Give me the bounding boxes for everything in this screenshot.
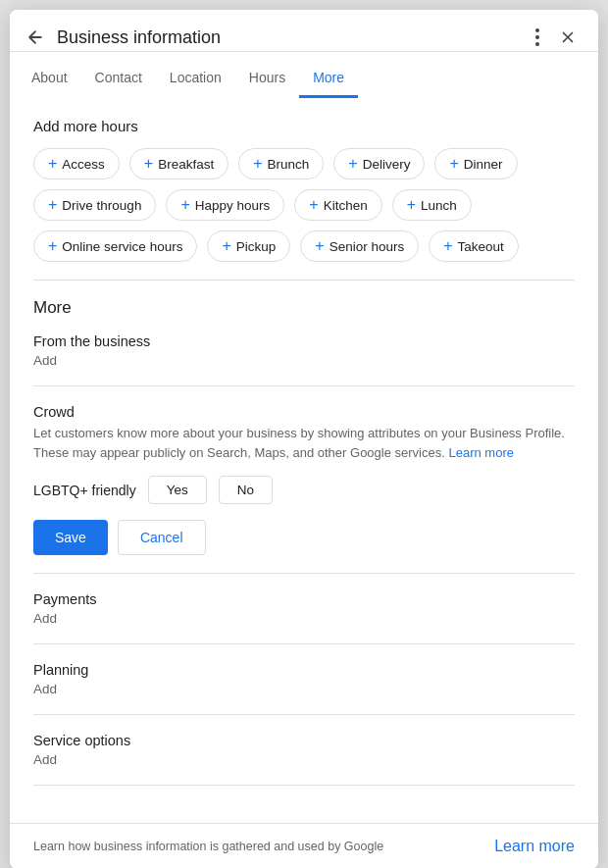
business-info-modal: Business information About Contact Locat… — [10, 10, 598, 868]
lgbtq-row: LGBTQ+ friendly Yes No — [33, 476, 575, 504]
header-title: Business information — [57, 27, 221, 48]
plus-icon: + — [348, 156, 357, 172]
tab-about[interactable]: About — [18, 60, 81, 98]
chip-label: Breakfast — [158, 157, 214, 172]
divider-2 — [33, 385, 575, 386]
service-options-label: Service options — [33, 733, 575, 748]
chip-happy-hours[interactable]: + Happy hours — [166, 189, 284, 221]
plus-icon: + — [222, 238, 230, 254]
from-business-label: From the business — [33, 333, 575, 349]
planning-label: Planning — [33, 662, 575, 678]
chip-drive-through[interactable]: + Drive through — [33, 189, 156, 221]
service-options-add[interactable]: Add — [33, 752, 575, 767]
chip-senior-hours[interactable]: + Senior hours — [300, 230, 419, 262]
add-more-hours-section: Add more hours + Access + Breakfast + Br… — [33, 118, 575, 262]
payments-label: Payments — [33, 591, 575, 607]
main-content: Add more hours + Access + Breakfast + Br… — [10, 98, 598, 823]
plus-icon: + — [449, 156, 458, 172]
divider-5 — [33, 714, 575, 715]
plus-icon: + — [180, 197, 189, 213]
svg-point-1 — [535, 35, 539, 39]
chips-container: + Access + Breakfast + Brunch + Delivery… — [33, 148, 575, 262]
plus-icon: + — [48, 238, 57, 254]
plus-icon: + — [144, 156, 153, 172]
divider-1 — [33, 280, 575, 281]
tab-contact[interactable]: Contact — [81, 60, 156, 98]
footer-learn-more-link[interactable]: Learn more — [494, 838, 575, 855]
chip-label: Lunch — [421, 198, 457, 213]
header-left: Business information — [25, 24, 530, 51]
svg-point-2 — [535, 42, 539, 46]
crowd-subsection: Crowd Let customers know more about your… — [33, 404, 575, 555]
from-business-subsection: From the business Add — [33, 333, 575, 368]
chip-label: Takeout — [458, 239, 504, 254]
chip-lunch[interactable]: + Lunch — [392, 189, 472, 221]
planning-subsection: Planning Add — [33, 662, 575, 696]
chip-label: Online service hours — [62, 239, 182, 254]
chip-delivery[interactable]: + Delivery — [333, 148, 425, 179]
footer-bar: Learn how business information is gather… — [10, 823, 598, 868]
lgbtq-yes-button[interactable]: Yes — [148, 476, 207, 504]
cancel-button[interactable]: Cancel — [118, 520, 206, 555]
chip-label: Drive through — [62, 198, 141, 213]
crowd-description: Let customers know more about your busin… — [33, 424, 575, 462]
plus-icon: + — [443, 238, 452, 254]
payments-add[interactable]: Add — [33, 611, 575, 626]
chip-access[interactable]: + Access — [33, 148, 120, 179]
back-button[interactable] — [25, 24, 53, 51]
chip-label: Pickup — [236, 239, 277, 254]
from-business-add[interactable]: Add — [33, 353, 575, 368]
lgbtq-label: LGBTQ+ friendly — [33, 483, 136, 498]
service-options-subsection: Service options Add — [33, 733, 575, 767]
chip-label: Delivery — [363, 157, 411, 172]
chip-label: Access — [62, 157, 105, 172]
tab-more[interactable]: More — [299, 60, 358, 98]
footer-text: Learn how business information is gather… — [33, 840, 383, 853]
plus-icon: + — [309, 197, 318, 213]
chip-breakfast[interactable]: + Breakfast — [129, 148, 228, 179]
save-button[interactable]: Save — [33, 520, 108, 555]
chip-label: Happy hours — [195, 198, 271, 213]
chip-brunch[interactable]: + Brunch — [238, 148, 324, 179]
tab-hours[interactable]: Hours — [235, 60, 299, 98]
chip-takeout[interactable]: + Takeout — [429, 230, 519, 262]
chip-pickup[interactable]: + Pickup — [207, 230, 290, 262]
svg-point-0 — [535, 28, 539, 32]
close-button[interactable] — [553, 25, 583, 50]
tab-location[interactable]: Location — [156, 60, 235, 98]
modal-header: Business information — [10, 10, 598, 52]
planning-add[interactable]: Add — [33, 682, 575, 696]
add-more-hours-title: Add more hours — [33, 118, 575, 134]
crowd-label: Crowd — [33, 404, 575, 420]
plus-icon: + — [48, 156, 57, 172]
action-row: Save Cancel — [33, 520, 575, 555]
tab-bar: About Contact Location Hours More — [10, 60, 598, 98]
more-options-button[interactable] — [530, 25, 545, 50]
payments-subsection: Payments Add — [33, 591, 575, 626]
header-actions — [530, 25, 583, 50]
plus-icon: + — [407, 197, 416, 213]
divider-6 — [33, 785, 575, 786]
chip-kitchen[interactable]: + Kitchen — [294, 189, 381, 221]
chip-label: Senior hours — [329, 239, 405, 254]
chip-label: Brunch — [268, 157, 310, 172]
chip-dinner[interactable]: + Dinner — [434, 148, 517, 179]
crowd-learn-more-link[interactable]: Learn more — [448, 445, 513, 460]
divider-4 — [33, 643, 575, 644]
more-section: More From the business Add Crowd Let cus… — [33, 298, 575, 555]
chip-label: Dinner — [464, 157, 503, 172]
divider-3 — [33, 573, 575, 574]
chip-online-service-hours[interactable]: + Online service hours — [33, 230, 197, 262]
more-section-title: More — [33, 298, 575, 318]
lgbtq-no-button[interactable]: No — [219, 476, 273, 504]
plus-icon: + — [253, 156, 262, 172]
chip-label: Kitchen — [324, 198, 368, 213]
plus-icon: + — [315, 238, 324, 254]
plus-icon: + — [48, 197, 57, 213]
